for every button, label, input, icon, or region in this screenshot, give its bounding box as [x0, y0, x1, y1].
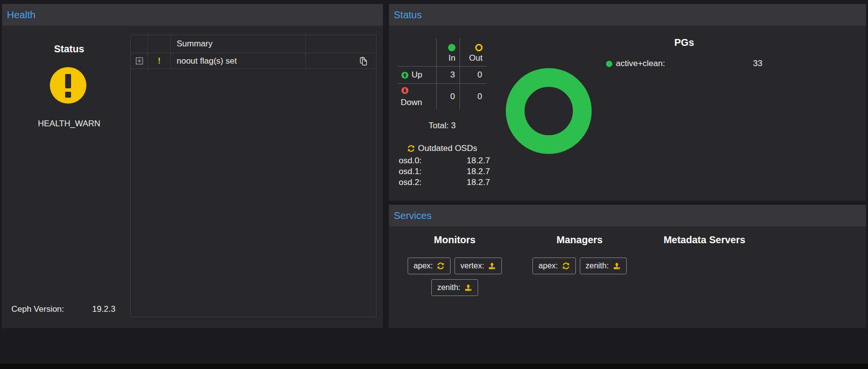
- services-panel-title: Services: [389, 205, 866, 226]
- down-label: Down: [401, 97, 436, 108]
- refresh-icon: [437, 262, 445, 270]
- pgs-heading: PGs: [606, 37, 762, 48]
- out-label: Out: [469, 53, 483, 63]
- osd-up-out-value: 0: [459, 66, 487, 83]
- warning-exclamation-bar: [65, 74, 71, 88]
- health-panel-title: Health: [2, 4, 383, 26]
- osd-down-in-value: 0: [436, 83, 459, 110]
- upload-icon: [488, 262, 496, 270]
- expand-row-button[interactable]: [136, 57, 143, 65]
- pgs-donut-chart: [506, 68, 592, 154]
- service-name: vertex:: [460, 261, 484, 270]
- ceph-version-value: 19.2.3: [92, 304, 115, 314]
- pgs-legend-label: active+clean:: [616, 59, 665, 69]
- outdated-osds-list: osd.0: 18.2.7 osd.1: 18.2.7 osd.2: 18.2.…: [399, 155, 490, 188]
- refresh-icon: [562, 262, 570, 270]
- refresh-icon: [407, 145, 415, 152]
- osd-total: Total: 3: [398, 121, 487, 131]
- pgs-legend-value: 33: [753, 59, 762, 69]
- osd-down-row-label: Down: [398, 83, 436, 110]
- osd-name: osd.1:: [399, 167, 421, 177]
- health-panel: Health Status HEALTH_WARN Summary: [2, 4, 383, 328]
- monitors-heading: Monitors: [392, 234, 517, 246]
- warning-exclamation-dot: [65, 92, 71, 98]
- health-table-header-row: Summary: [131, 35, 376, 53]
- pgs-legend-row: active+clean: 33: [606, 59, 762, 69]
- circle-arrow-up-icon: [401, 71, 409, 79]
- in-label: In: [449, 53, 455, 63]
- monitor-badge-zenith: zenith:: [431, 279, 478, 296]
- outdated-osds-heading: Outdated OSDs: [418, 144, 477, 153]
- service-name: apex:: [414, 261, 433, 270]
- metadata-servers-heading: Metadata Servers: [642, 234, 767, 246]
- health-status-heading: Status: [2, 43, 136, 55]
- action-column-header: [306, 35, 376, 53]
- ceph-version-label: Ceph Version:: [11, 304, 64, 314]
- health-warning-icon: [50, 67, 86, 104]
- osd-in-column-header: In: [436, 38, 459, 66]
- upload-icon: [613, 262, 621, 270]
- warning-severity-icon: !: [158, 56, 161, 66]
- osd-name: osd.0:: [399, 156, 421, 166]
- status-panel-title: Status: [389, 4, 866, 26]
- services-panel: Services Monitors apex: vertex:: [389, 205, 866, 328]
- status-panel: Status In Out Up 3 0: [389, 4, 866, 201]
- upload-icon: [464, 284, 472, 292]
- table-row[interactable]: ! noout flag(s) set: [131, 53, 376, 69]
- health-summary-text: noout flag(s) set: [171, 53, 306, 69]
- list-item: osd.0: 18.2.7: [399, 155, 490, 166]
- in-dot-icon: [448, 44, 455, 51]
- list-item: osd.2: 18.2.7: [399, 177, 490, 188]
- osd-up-row-label: Up: [398, 66, 436, 83]
- osd-down-out-value: 0: [459, 83, 487, 110]
- list-item: osd.1: 18.2.7: [399, 166, 490, 177]
- severity-column-header: [148, 35, 171, 53]
- monitor-badge-apex: apex:: [408, 258, 451, 274]
- health-summary-table: Summary ! noout flag(s) set: [130, 35, 377, 317]
- bottom-bar: [0, 364, 868, 369]
- expander-column-header: [131, 35, 148, 53]
- monitor-badge-vertex: vertex:: [454, 258, 502, 274]
- active-clean-dot-icon: [606, 61, 612, 67]
- copy-button[interactable]: [359, 57, 368, 66]
- osd-version: 18.2.7: [467, 178, 490, 187]
- up-label: Up: [412, 70, 422, 80]
- osd-version: 18.2.7: [467, 156, 490, 166]
- service-name: zenith:: [437, 283, 460, 292]
- manager-badge-zenith: zenith:: [580, 258, 627, 274]
- osd-in-out-table: In Out Up 3 0: [398, 38, 487, 110]
- summary-column-header: Summary: [171, 35, 306, 53]
- osd-name: osd.2:: [399, 178, 421, 187]
- service-name: zenith:: [586, 261, 609, 270]
- circle-arrow-down-icon: [401, 86, 409, 95]
- service-name: apex:: [538, 261, 558, 270]
- out-ring-icon: [475, 44, 483, 51]
- osd-out-column-header: Out: [459, 38, 487, 66]
- managers-heading: Managers: [517, 234, 642, 246]
- osd-version: 18.2.7: [467, 167, 490, 177]
- osd-up-in-value: 3: [436, 66, 459, 83]
- osd-table-corner-cell: [398, 38, 436, 66]
- health-status-value: HEALTH_WARN: [2, 119, 136, 129]
- manager-badge-apex: apex:: [532, 258, 575, 274]
